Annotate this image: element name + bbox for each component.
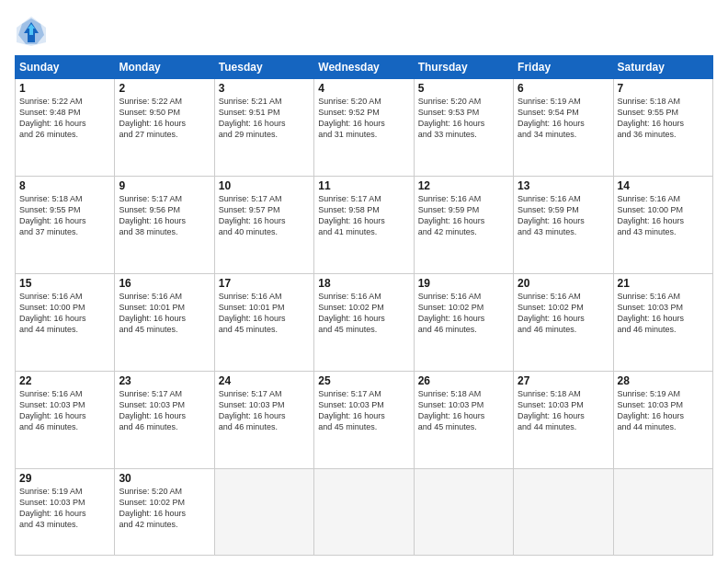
calendar-cell: 17Sunrise: 5:16 AM Sunset: 10:01 PM Dayl… bbox=[214, 274, 313, 372]
day-number: 25 bbox=[318, 374, 409, 387]
day-info: Sunrise: 5:16 AM Sunset: 10:01 PM Daylig… bbox=[119, 291, 210, 336]
calendar-cell: 22Sunrise: 5:16 AM Sunset: 10:03 PM Dayl… bbox=[16, 372, 115, 469]
day-number: 22 bbox=[19, 374, 110, 387]
day-number: 30 bbox=[119, 472, 210, 485]
calendar-cell: 29Sunrise: 5:19 AM Sunset: 10:03 PM Dayl… bbox=[16, 469, 115, 556]
day-info: Sunrise: 5:16 AM Sunset: 9:59 PM Dayligh… bbox=[418, 193, 509, 238]
calendar-cell: 5Sunrise: 5:20 AM Sunset: 9:53 PM Daylig… bbox=[414, 79, 513, 177]
calendar-cell: 11Sunrise: 5:17 AM Sunset: 9:58 PM Dayli… bbox=[314, 177, 414, 274]
calendar-cell: 28Sunrise: 5:19 AM Sunset: 10:03 PM Dayl… bbox=[613, 372, 712, 469]
day-info: Sunrise: 5:16 AM Sunset: 10:02 PM Daylig… bbox=[318, 291, 409, 336]
day-info: Sunrise: 5:16 AM Sunset: 10:02 PM Daylig… bbox=[418, 291, 509, 336]
day-info: Sunrise: 5:16 AM Sunset: 10:00 PM Daylig… bbox=[19, 291, 110, 336]
calendar-cell: 3Sunrise: 5:21 AM Sunset: 9:51 PM Daylig… bbox=[214, 79, 313, 177]
calendar-cell: 10Sunrise: 5:17 AM Sunset: 9:57 PM Dayli… bbox=[214, 177, 313, 274]
calendar-cell: 20Sunrise: 5:16 AM Sunset: 10:02 PM Dayl… bbox=[514, 274, 613, 372]
day-info: Sunrise: 5:19 AM Sunset: 10:03 PM Daylig… bbox=[19, 486, 110, 531]
calendar-cell: 7Sunrise: 5:18 AM Sunset: 9:55 PM Daylig… bbox=[613, 79, 712, 177]
day-number: 28 bbox=[618, 374, 709, 387]
calendar-table: SundayMondayTuesdayWednesdayThursdayFrid… bbox=[15, 55, 713, 556]
calendar-cell: 13Sunrise: 5:16 AM Sunset: 9:59 PM Dayli… bbox=[514, 177, 613, 274]
col-header-wednesday: Wednesday bbox=[314, 56, 414, 79]
day-number: 1 bbox=[19, 82, 110, 95]
day-info: Sunrise: 5:16 AM Sunset: 9:59 PM Dayligh… bbox=[518, 193, 609, 238]
day-number: 6 bbox=[518, 82, 609, 95]
day-info: Sunrise: 5:17 AM Sunset: 10:03 PM Daylig… bbox=[119, 388, 210, 433]
calendar-cell: 8Sunrise: 5:18 AM Sunset: 9:55 PM Daylig… bbox=[16, 177, 115, 274]
day-number: 12 bbox=[418, 179, 509, 192]
day-info: Sunrise: 5:19 AM Sunset: 9:54 PM Dayligh… bbox=[518, 96, 609, 141]
logo-icon bbox=[15, 15, 48, 48]
day-number: 13 bbox=[518, 179, 609, 192]
day-number: 21 bbox=[618, 277, 709, 290]
day-info: Sunrise: 5:16 AM Sunset: 10:00 PM Daylig… bbox=[618, 193, 709, 238]
day-number: 14 bbox=[618, 179, 709, 192]
day-number: 2 bbox=[119, 82, 210, 95]
calendar-cell: 27Sunrise: 5:18 AM Sunset: 10:03 PM Dayl… bbox=[514, 372, 613, 469]
day-number: 18 bbox=[318, 277, 409, 290]
day-number: 10 bbox=[219, 179, 310, 192]
calendar-cell: 19Sunrise: 5:16 AM Sunset: 10:02 PM Dayl… bbox=[414, 274, 513, 372]
col-header-friday: Friday bbox=[514, 56, 613, 79]
calendar-cell: 14Sunrise: 5:16 AM Sunset: 10:00 PM Dayl… bbox=[613, 177, 712, 274]
day-number: 29 bbox=[19, 472, 110, 485]
day-number: 19 bbox=[418, 277, 509, 290]
logo bbox=[15, 15, 53, 48]
calendar-cell: 25Sunrise: 5:17 AM Sunset: 10:03 PM Dayl… bbox=[314, 372, 414, 469]
col-header-thursday: Thursday bbox=[414, 56, 513, 79]
day-number: 8 bbox=[19, 179, 110, 192]
day-info: Sunrise: 5:17 AM Sunset: 9:58 PM Dayligh… bbox=[318, 193, 409, 238]
calendar-cell: 21Sunrise: 5:16 AM Sunset: 10:03 PM Dayl… bbox=[613, 274, 712, 372]
calendar-cell bbox=[414, 469, 513, 556]
calendar-cell: 9Sunrise: 5:17 AM Sunset: 9:56 PM Daylig… bbox=[115, 177, 214, 274]
day-info: Sunrise: 5:16 AM Sunset: 10:01 PM Daylig… bbox=[219, 291, 310, 336]
calendar-cell bbox=[613, 469, 712, 556]
day-number: 11 bbox=[318, 179, 409, 192]
day-info: Sunrise: 5:17 AM Sunset: 9:57 PM Dayligh… bbox=[219, 193, 310, 238]
day-info: Sunrise: 5:20 AM Sunset: 9:53 PM Dayligh… bbox=[418, 96, 509, 141]
day-number: 3 bbox=[219, 82, 310, 95]
calendar-cell bbox=[214, 469, 313, 556]
day-info: Sunrise: 5:21 AM Sunset: 9:51 PM Dayligh… bbox=[219, 96, 310, 141]
day-info: Sunrise: 5:20 AM Sunset: 9:52 PM Dayligh… bbox=[318, 96, 409, 141]
day-info: Sunrise: 5:20 AM Sunset: 10:02 PM Daylig… bbox=[119, 486, 210, 531]
col-header-saturday: Saturday bbox=[613, 56, 712, 79]
day-info: Sunrise: 5:17 AM Sunset: 10:03 PM Daylig… bbox=[318, 388, 409, 433]
page: SundayMondayTuesdayWednesdayThursdayFrid… bbox=[0, 0, 728, 563]
calendar-cell: 4Sunrise: 5:20 AM Sunset: 9:52 PM Daylig… bbox=[314, 79, 414, 177]
calendar-cell: 23Sunrise: 5:17 AM Sunset: 10:03 PM Dayl… bbox=[115, 372, 214, 469]
calendar-cell: 24Sunrise: 5:17 AM Sunset: 10:03 PM Dayl… bbox=[214, 372, 313, 469]
day-number: 4 bbox=[318, 82, 409, 95]
day-info: Sunrise: 5:16 AM Sunset: 10:03 PM Daylig… bbox=[19, 388, 110, 433]
day-number: 26 bbox=[418, 374, 509, 387]
calendar-cell: 2Sunrise: 5:22 AM Sunset: 9:50 PM Daylig… bbox=[115, 79, 214, 177]
day-info: Sunrise: 5:18 AM Sunset: 9:55 PM Dayligh… bbox=[19, 193, 110, 238]
day-info: Sunrise: 5:17 AM Sunset: 10:03 PM Daylig… bbox=[219, 388, 310, 433]
calendar-cell: 6Sunrise: 5:19 AM Sunset: 9:54 PM Daylig… bbox=[514, 79, 613, 177]
day-info: Sunrise: 5:16 AM Sunset: 10:03 PM Daylig… bbox=[618, 291, 709, 336]
day-number: 7 bbox=[618, 82, 709, 95]
calendar-cell bbox=[314, 469, 414, 556]
day-number: 15 bbox=[19, 277, 110, 290]
calendar-cell: 18Sunrise: 5:16 AM Sunset: 10:02 PM Dayl… bbox=[314, 274, 414, 372]
day-info: Sunrise: 5:16 AM Sunset: 10:02 PM Daylig… bbox=[518, 291, 609, 336]
day-info: Sunrise: 5:22 AM Sunset: 9:48 PM Dayligh… bbox=[19, 96, 110, 141]
col-header-sunday: Sunday bbox=[16, 56, 115, 79]
calendar-cell: 12Sunrise: 5:16 AM Sunset: 9:59 PM Dayli… bbox=[414, 177, 513, 274]
calendar-cell: 30Sunrise: 5:20 AM Sunset: 10:02 PM Dayl… bbox=[115, 469, 214, 556]
calendar-cell: 1Sunrise: 5:22 AM Sunset: 9:48 PM Daylig… bbox=[16, 79, 115, 177]
day-number: 20 bbox=[518, 277, 609, 290]
day-info: Sunrise: 5:22 AM Sunset: 9:50 PM Dayligh… bbox=[119, 96, 210, 141]
day-number: 9 bbox=[119, 179, 210, 192]
day-info: Sunrise: 5:18 AM Sunset: 10:03 PM Daylig… bbox=[418, 388, 509, 433]
day-number: 27 bbox=[518, 374, 609, 387]
day-number: 16 bbox=[119, 277, 210, 290]
header bbox=[15, 15, 713, 48]
calendar-cell: 26Sunrise: 5:18 AM Sunset: 10:03 PM Dayl… bbox=[414, 372, 513, 469]
day-number: 17 bbox=[219, 277, 310, 290]
day-info: Sunrise: 5:19 AM Sunset: 10:03 PM Daylig… bbox=[618, 388, 709, 433]
day-info: Sunrise: 5:18 AM Sunset: 9:55 PM Dayligh… bbox=[618, 96, 709, 141]
day-info: Sunrise: 5:18 AM Sunset: 10:03 PM Daylig… bbox=[518, 388, 609, 433]
day-info: Sunrise: 5:17 AM Sunset: 9:56 PM Dayligh… bbox=[119, 193, 210, 238]
calendar-cell: 16Sunrise: 5:16 AM Sunset: 10:01 PM Dayl… bbox=[115, 274, 214, 372]
